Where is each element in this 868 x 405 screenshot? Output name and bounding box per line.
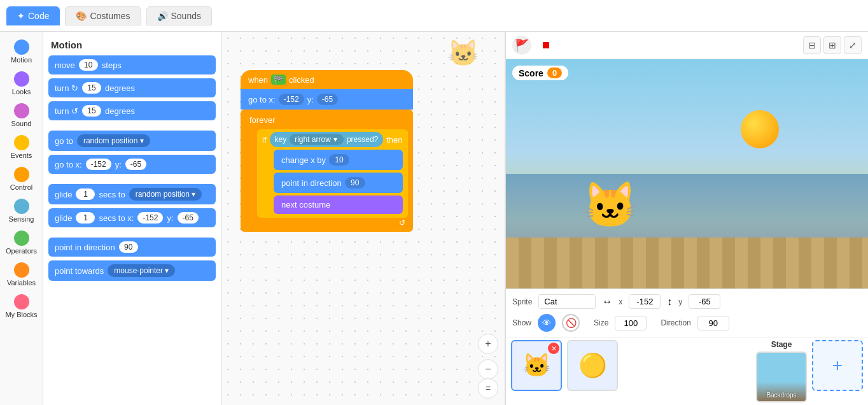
sidebar-item-looks[interactable]: Looks — [3, 69, 41, 98]
sprite-x-input[interactable] — [629, 294, 661, 309]
if-block[interactable]: if key right arrow ▾ pressed? — [257, 129, 408, 218]
block-goto-random[interactable]: go to random position ▾ — [48, 131, 216, 151]
zoom-out-button[interactable]: − — [478, 359, 498, 380]
key-dropdown[interactable]: right arrow ▾ — [290, 134, 344, 145]
stage-section: Stage Backdrops — [756, 340, 807, 402]
script-change-x[interactable]: change x by 10 — [274, 150, 403, 170]
block-glide-random[interactable]: glide 1 secs to random position ▾ — [48, 184, 216, 204]
sidebar-item-myblocks[interactable]: My Blocks — [3, 292, 41, 321]
block-categories-sidebar: Motion Looks Sound Events Control Sensin… — [0, 32, 43, 405]
script-goto-xy[interactable]: go to x: -152 y: -65 — [241, 89, 413, 110]
backdrops-label: Backdrops — [766, 392, 796, 399]
motion-label: Motion — [11, 56, 32, 64]
script-zoom-controls: + − — [478, 334, 498, 380]
sprite-show-row: Show 👁 🚫 Size Direction — [512, 314, 862, 332]
forever-footer: ↺ — [246, 218, 408, 228]
direction-label: Direction — [661, 318, 690, 327]
variables-label: Variables — [7, 279, 36, 287]
sprite-delete-button[interactable]: ✕ — [548, 343, 559, 354]
add-sprite-button[interactable]: + — [812, 340, 863, 391]
stage-playback-controls: 🚩 ⏹ — [512, 36, 556, 55]
sprite-thumbnail-ball[interactable]: 🟡 — [567, 340, 618, 391]
script-block-group: when 🏁 clicked go to x: -152 y: -65 fore… — [241, 70, 413, 232]
tab-sounds[interactable]: 🔊 Sounds — [146, 6, 212, 25]
small-stage-button[interactable]: ⊟ — [803, 36, 821, 54]
scratch-cat-thumbnail: 🐱 — [447, 38, 479, 68]
xy-arrows-icon: ↔ — [602, 296, 612, 308]
score-label: Score — [519, 68, 543, 78]
sprite-direction-input[interactable] — [697, 316, 729, 330]
if-body: change x by 10 point in direction 90 — [274, 150, 403, 215]
fullscreen-button[interactable]: ⤢ — [844, 36, 862, 54]
block-panel: Motion move 10 steps turn ↻ 15 degrees t… — [43, 32, 221, 405]
looks-label: Looks — [12, 88, 31, 96]
sidebar-item-operators[interactable]: Operators — [3, 228, 41, 257]
block-move-steps[interactable]: move 10 steps — [48, 55, 216, 75]
forever-block[interactable]: forever if key right arrow — [241, 110, 413, 232]
stop-button[interactable]: ⏹ — [536, 36, 556, 55]
sidebar-item-motion[interactable]: Motion — [3, 37, 41, 66]
sound-dot — [14, 103, 29, 118]
tab-code[interactable]: ✦ Code — [6, 6, 60, 25]
tab-sounds-label: Sounds — [171, 11, 201, 21]
sidebar-item-sound[interactable]: Sound — [3, 101, 41, 130]
code-icon: ✦ — [17, 11, 25, 21]
events-label: Events — [11, 152, 32, 159]
sidebar-item-sensing[interactable]: Sensing — [3, 196, 41, 225]
sidebar-item-control[interactable]: Control — [3, 164, 41, 194]
show-hidden-button[interactable]: 🚫 — [562, 314, 580, 332]
stage-top-controls: 🚩 ⏹ ⊟ ⊞ ⤢ — [506, 32, 868, 59]
variables-dot — [14, 262, 29, 278]
stage-section-label: Stage — [771, 340, 792, 349]
operators-label: Operators — [6, 247, 37, 255]
size-label: Size — [594, 318, 608, 327]
block-point-towards[interactable]: point towards mouse-pointer ▾ — [48, 260, 216, 281]
hat-block-when-clicked[interactable]: when 🏁 clicked — [241, 70, 413, 89]
looks-dot — [14, 71, 29, 87]
show-label: Show — [512, 318, 531, 327]
ball-thumb-img: 🟡 — [578, 352, 607, 379]
block-glide-xy[interactable]: glide 1 secs to x: -152 y: -65 — [48, 208, 216, 227]
sensing-dot — [14, 199, 29, 214]
zoom-in-button[interactable]: + — [478, 334, 498, 354]
flag-icon: 🏁 — [271, 75, 286, 85]
sprite-name-input[interactable] — [538, 294, 596, 309]
events-dot — [14, 135, 29, 150]
large-stage-button[interactable]: ⊞ — [823, 36, 841, 54]
stage-thumbnail[interactable]: Backdrops — [756, 352, 807, 402]
x-label: x — [619, 297, 622, 306]
sidebar-item-events[interactable]: Events — [3, 132, 41, 162]
sprite-info-row: Sprite ↔ x ↕ y — [512, 294, 862, 309]
operators-dot — [14, 231, 29, 246]
forever-label: forever — [246, 113, 408, 127]
sprite-size-input[interactable] — [615, 316, 647, 330]
script-menu-button[interactable]: = — [478, 378, 498, 399]
tab-costumes-label: Costumes — [90, 11, 130, 21]
cat-thumb-img: 🐱 — [522, 352, 551, 379]
control-label: Control — [10, 183, 32, 191]
tab-costumes[interactable]: 🎨 Costumes — [65, 6, 141, 25]
when-label: when — [248, 75, 268, 85]
sprite-thumbnail-cat[interactable]: ✕ 🐱 — [511, 340, 562, 391]
cat-sprite: 🐱 — [582, 179, 638, 231]
sprite-stage-row: ✕ 🐱 🟡 Stage Backdrops + — [506, 337, 868, 405]
show-visible-button[interactable]: 👁 — [538, 314, 556, 332]
score-value: 0 — [547, 68, 562, 78]
motion-dot — [14, 39, 29, 55]
sidebar-item-variables[interactable]: Variables — [3, 260, 41, 289]
game-canvas: Score 0 🐱 — [506, 59, 868, 288]
block-turn-cw[interactable]: turn ↻ 15 degrees — [48, 78, 216, 97]
block-goto-xy[interactable]: go to x: -152 y: -65 — [48, 155, 216, 174]
score-badge: Score 0 — [512, 66, 568, 80]
condition-block[interactable]: key right arrow ▾ pressed? — [270, 132, 384, 147]
block-turn-ccw[interactable]: turn ↺ 15 degrees — [48, 101, 216, 120]
y-arrows-icon: ↕ — [667, 296, 672, 308]
script-next-costume[interactable]: next costume — [274, 195, 403, 214]
sprite-y-input[interactable] — [689, 294, 720, 309]
green-flag-button[interactable]: 🚩 — [512, 36, 531, 55]
ground-area — [506, 238, 868, 288]
if-header: if key right arrow ▾ pressed? — [262, 132, 403, 147]
block-point-direction[interactable]: point in direction 90 — [48, 238, 216, 257]
script-point-direction[interactable]: point in direction 90 — [274, 173, 403, 193]
stage-view-buttons: ⊟ ⊞ ⤢ — [803, 36, 862, 54]
